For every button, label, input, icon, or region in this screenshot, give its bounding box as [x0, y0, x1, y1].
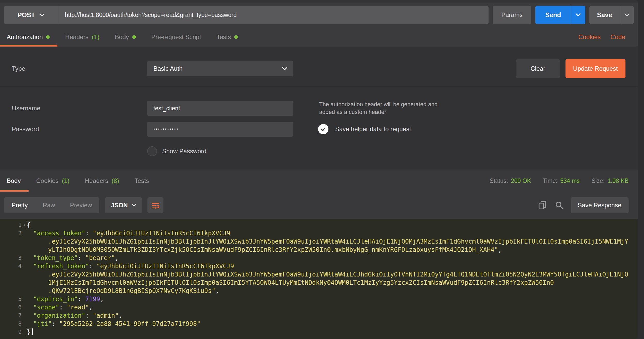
- code-line-text: "access_token": "eyJhbGciOiJIUzI1NiIsInR…: [26, 229, 230, 237]
- password-label: Password: [0, 126, 147, 133]
- update-request-button[interactable]: Update Request: [565, 59, 625, 78]
- line-number: [0, 270, 26, 279]
- search-icon: [555, 201, 564, 210]
- line-number: [0, 279, 26, 287]
- status-label: Status:: [490, 177, 508, 184]
- tab-label: Pre-request Script: [151, 33, 201, 41]
- code-editor-lines: 1▾{2 "access_token": "eyJhbGciOiJIUzI1Ni…: [0, 221, 638, 336]
- response-header: Body Cookies (1) Headers (8) Tests Statu…: [0, 170, 638, 219]
- tab-count: (1): [62, 177, 69, 184]
- chevron-down-icon: [282, 67, 287, 70]
- tab-label: Body: [7, 177, 21, 184]
- tab-label: Headers: [65, 33, 89, 41]
- auth-type-row: Type Basic Auth Clear Update Request: [0, 59, 638, 78]
- password-field[interactable]: •••••••••••: [147, 122, 293, 137]
- tab-label: Tests: [216, 33, 231, 41]
- fold-caret-icon[interactable]: ▾: [23, 221, 25, 229]
- code-line: 2 "access_token": "eyJhbGciOiJIUzI1NiIsI…: [0, 229, 638, 237]
- code-line: 1▾{: [0, 221, 638, 229]
- time-value: 534 ms: [560, 177, 580, 184]
- postman-window: POST http://host1:8000/oauth/token?scope…: [0, 0, 638, 339]
- scrollbar-track: [638, 0, 644, 339]
- search-response-button[interactable]: [554, 200, 565, 211]
- type-label: Type: [0, 65, 147, 72]
- chevron-down-icon: [624, 13, 629, 17]
- size-value: 1.08 KB: [607, 177, 629, 184]
- auth-helper-text: The authorization header will be generat…: [293, 101, 638, 116]
- line-number: 9: [0, 328, 26, 336]
- authorization-panel: Type Basic Auth Clear Update Request Use…: [0, 47, 638, 170]
- auth-helper-line2: added as a custom header: [319, 108, 638, 116]
- code-line: 5 "expires_in": 7199,: [0, 295, 638, 303]
- check-icon: [320, 126, 326, 132]
- response-meta: Status: 200 OK Time: 534 ms Size: 1.08 K…: [490, 170, 629, 192]
- save-response-button[interactable]: Save Response: [571, 197, 629, 213]
- tab-headers[interactable]: Headers (1): [57, 27, 107, 47]
- tab-body[interactable]: Body: [107, 27, 144, 47]
- show-password-checkbox[interactable]: [147, 146, 157, 156]
- show-password-row: Show Password: [147, 146, 293, 156]
- view-preview-button[interactable]: Preview: [63, 197, 99, 213]
- save-helper-checkbox[interactable]: [318, 124, 328, 134]
- code-line-text: yLTJhODgtNDU0MS05OWZmLTk3ZDI3YTcxZjk5OCI…: [26, 246, 502, 254]
- url-box: POST http://host1:8000/oauth/token?scope…: [4, 6, 489, 24]
- code-line-text: {: [26, 221, 31, 229]
- response-tab-headers[interactable]: Headers (8): [77, 170, 127, 192]
- show-password-label: Show Password: [162, 148, 206, 155]
- method-dropdown[interactable]: POST: [4, 6, 58, 24]
- tab-pre-request-script[interactable]: Pre-request Script: [144, 27, 209, 47]
- line-number: 5: [0, 295, 26, 303]
- line-number: 1▾: [0, 221, 26, 229]
- view-pretty-button[interactable]: Pretty: [4, 197, 35, 213]
- code-line-text: }: [26, 328, 33, 336]
- window-top-strip: [0, 0, 638, 3]
- code-line: 1MjE1MzEsImF1dGhvcml0aWVzIjpbIkFETUlOIl0…: [0, 279, 638, 287]
- format-value: JSON: [111, 202, 128, 209]
- chevron-down-icon: [576, 13, 581, 17]
- auth-type-value: Basic Auth: [153, 65, 182, 72]
- code-line-text: .QKw72lEBcjreOdD9L8B1nGgBISpOX7NvCy7KqKS…: [26, 287, 219, 295]
- code-line: 9}: [0, 328, 638, 336]
- response-tab-cookies[interactable]: Cookies (1): [29, 170, 77, 192]
- line-number: 2: [0, 229, 26, 237]
- status-dot-icon: [132, 35, 136, 39]
- username-field[interactable]: test_client: [147, 101, 293, 116]
- code-line: 8 "jti": "295a5262-2a88-4541-99ff-97d27a…: [0, 320, 638, 328]
- code-line-text: .eyJ1c2VyX25hbWUiOiJhZG1pbiIsInNjb3BlIjp…: [26, 270, 628, 279]
- code-line: yLTJhODgtNDU0MS05OWZmLTk3ZDI3YTcxZjk5OCI…: [0, 246, 638, 254]
- wrap-text-button[interactable]: [147, 197, 163, 213]
- send-button[interactable]: Send: [535, 6, 571, 24]
- code-line: .eyJ1c2VyX25hbWUiOiJhZG1pbiIsInNjb3BlIjp…: [0, 237, 638, 246]
- tab-tests[interactable]: Tests: [209, 27, 246, 47]
- url-input[interactable]: http://host1:8000/oauth/token?scope=read…: [58, 6, 489, 24]
- response-tab-tests[interactable]: Tests: [127, 170, 157, 192]
- copy-response-button[interactable]: [537, 200, 548, 211]
- spacer: [246, 27, 573, 47]
- divider: [0, 86, 638, 87]
- clear-button[interactable]: Clear: [516, 59, 560, 78]
- save-button-group: Save: [589, 6, 634, 24]
- code-line: .eyJ1c2VyX25hbWUiOiJhZG1pbiIsInNjb3BlIjp…: [0, 270, 638, 279]
- tab-authorization[interactable]: Authorization: [0, 27, 57, 47]
- tab-label: Body: [115, 33, 129, 41]
- tab-count: (1): [92, 33, 99, 41]
- view-raw-button[interactable]: Raw: [35, 197, 63, 213]
- auth-type-select[interactable]: Basic Auth: [147, 61, 293, 76]
- line-number: 4: [0, 262, 26, 270]
- response-tab-body[interactable]: Body: [0, 170, 29, 192]
- send-options-button[interactable]: [571, 6, 585, 24]
- params-button[interactable]: Params: [493, 6, 532, 24]
- code-line-text: "organization": "admin",: [26, 311, 123, 320]
- tab-count: (8): [111, 177, 119, 184]
- save-options-button[interactable]: [620, 6, 634, 24]
- format-select[interactable]: JSON: [105, 197, 142, 213]
- status-dot-icon: [46, 35, 50, 39]
- save-button[interactable]: Save: [589, 6, 620, 24]
- save-helper-label: Save helper data to request: [335, 126, 411, 133]
- code-link[interactable]: Code: [606, 27, 630, 47]
- response-body-editor[interactable]: 1▾{2 "access_token": "eyJhbGciOiJIUzI1Ni…: [0, 219, 638, 339]
- response-toolbar: Pretty Raw Preview JSON: [0, 192, 638, 219]
- code-line: 6 "scope": "read",: [0, 303, 638, 311]
- code-line: 4 "refresh_token": "eyJhbGciOiJIUzI1NiIs…: [0, 262, 638, 270]
- cookies-link[interactable]: Cookies: [573, 27, 606, 47]
